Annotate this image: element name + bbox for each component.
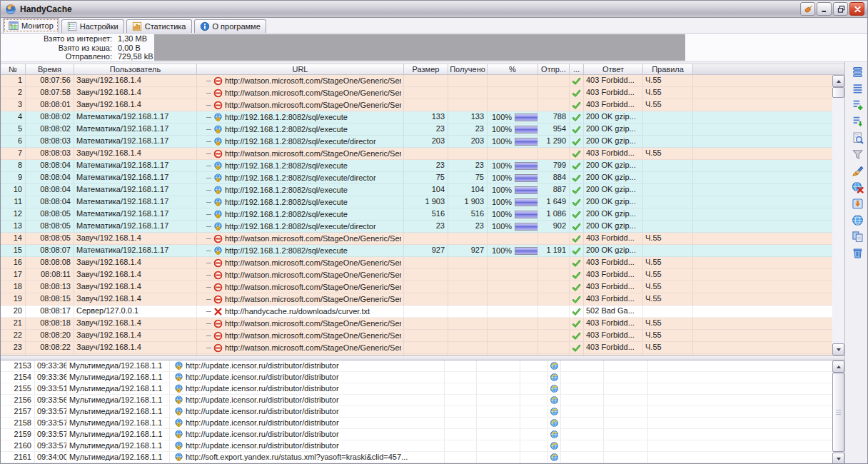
cell-time: 08:08:17 bbox=[26, 306, 74, 317]
table-row[interactable]: 215309:33:36Мультимедиа/192.168.1.1http:… bbox=[1, 360, 832, 372]
table-row[interactable]: 808:08:04Математика/192.168.1.17http://1… bbox=[1, 160, 832, 172]
view-document-button[interactable] bbox=[848, 130, 867, 146]
scrollbar-thumb[interactable] bbox=[832, 373, 844, 452]
table-row[interactable]: 308:08:01Завуч/192.168.1.4http://watson.… bbox=[1, 99, 832, 111]
table-row[interactable]: 215509:33:51Мультимедиа/192.168.1.1http:… bbox=[1, 383, 832, 395]
cell-sent bbox=[538, 306, 570, 317]
column-header-8[interactable]: ... bbox=[570, 64, 584, 74]
tab-about[interactable]: О программе bbox=[194, 19, 266, 33]
cell-url: http://watson.microsoft.com/StageOne/Gen… bbox=[197, 281, 404, 293]
scrollbar-thumb[interactable] bbox=[832, 87, 844, 98]
table-row[interactable]: 215909:33:57Мультимедиа/192.168.1.1http:… bbox=[1, 429, 832, 440]
table-row[interactable]: 1308:08:05Математика/192.168.1.17http://… bbox=[1, 221, 832, 233]
scroll-up-button[interactable] bbox=[832, 75, 844, 87]
table-row[interactable]: 1208:08:05Математика/192.168.1.17http://… bbox=[1, 208, 832, 221]
table-row[interactable]: 1808:08:13Завуч/192.168.1.4http://watson… bbox=[1, 281, 832, 293]
top-table-scrollbar[interactable] bbox=[832, 75, 844, 355]
table-row[interactable]: 908:08:04Математика/192.168.1.17http://1… bbox=[1, 172, 832, 184]
column-header-2[interactable]: Пользователь bbox=[74, 64, 197, 74]
append-list-item-button[interactable] bbox=[848, 114, 867, 130]
tab-statistics[interactable]: Статистика bbox=[126, 19, 192, 33]
scroll-down-button[interactable] bbox=[832, 453, 844, 464]
globe-button[interactable] bbox=[848, 212, 867, 228]
table-row[interactable]: 508:08:02Математика/192.168.1.17http://1… bbox=[1, 123, 832, 136]
cell-time: 09:33:36 bbox=[35, 372, 67, 383]
filter-button[interactable] bbox=[848, 146, 867, 163]
table-row[interactable]: 1508:08:07Математика/192.168.1.17http://… bbox=[1, 245, 832, 257]
table-row[interactable]: 215409:33:36Мультимедиа/192.168.1.1http:… bbox=[1, 372, 832, 383]
table-row[interactable]: 608:08:03Математика/192.168.1.17http://1… bbox=[1, 136, 832, 148]
cell-sent: 1 649 bbox=[538, 196, 570, 208]
table-row[interactable]: 1908:08:15Завуч/192.168.1.4http://watson… bbox=[1, 293, 832, 306]
tree-connector bbox=[206, 251, 211, 251]
table-row[interactable]: 208:07:58Завуч/192.168.1.4http://watson.… bbox=[1, 87, 832, 99]
table-row[interactable]: 2108:08:18Завуч/192.168.1.4http://watson… bbox=[1, 318, 832, 330]
column-header-5[interactable]: Получено bbox=[448, 64, 488, 74]
url-text: http://watson.microsoft.com/StageOne/Gen… bbox=[225, 258, 401, 268]
table-row[interactable]: 216009:33:57Мультимедиа/192.168.1.1http:… bbox=[1, 440, 832, 452]
restore-button[interactable] bbox=[833, 2, 848, 16]
bottom-table-scrollbar[interactable] bbox=[832, 360, 844, 464]
table-row[interactable]: 2208:08:20Завуч/192.168.1.4http://watson… bbox=[1, 330, 832, 342]
cell-time: 08:08:11 bbox=[26, 269, 74, 281]
tab-monitor[interactable]: Монитор bbox=[3, 18, 59, 33]
minimize-button[interactable] bbox=[817, 2, 832, 16]
column-header-3[interactable]: URL bbox=[197, 64, 404, 74]
column-header-6[interactable]: % bbox=[488, 64, 538, 74]
check-icon bbox=[572, 319, 581, 328]
copy-button[interactable] bbox=[848, 228, 867, 245]
url-text: http://handycache.ru/downloads/curver.tx… bbox=[225, 306, 370, 317]
column-header-1[interactable]: Время bbox=[26, 64, 74, 74]
cell-sent bbox=[538, 293, 570, 305]
table-row[interactable]: 215709:33:57Мультимедиа/192.168.1.1http:… bbox=[1, 406, 832, 418]
request-list-button[interactable] bbox=[848, 81, 867, 97]
cell-status bbox=[548, 440, 561, 451]
table-row[interactable]: 215809:33:57Мультимедиа/192.168.1.1http:… bbox=[1, 418, 832, 429]
check-icon bbox=[572, 137, 581, 146]
table-row[interactable]: 1708:08:11Завуч/192.168.1.4http://watson… bbox=[1, 269, 832, 281]
percent-text: 100% bbox=[492, 221, 512, 232]
cell-rule bbox=[604, 440, 648, 451]
download-arrow-button[interactable] bbox=[848, 196, 867, 212]
cell-user: Математика/192.168.1.17 bbox=[74, 123, 197, 135]
table-row[interactable]: 215609:33:56Мультимедиа/192.168.1.1http:… bbox=[1, 395, 832, 406]
cell-rule bbox=[643, 136, 693, 147]
cell-answer: 403 Forbidd... bbox=[584, 148, 643, 159]
clear-brush-button[interactable] bbox=[848, 163, 867, 179]
table-row[interactable]: 108:07:56Завуч/192.168.1.4http://watson.… bbox=[1, 75, 832, 87]
column-header-0[interactable]: № bbox=[1, 64, 26, 74]
tab-settings[interactable]: Настройки bbox=[61, 19, 124, 33]
titlebar[interactable]: HandyCache bbox=[1, 1, 867, 18]
table-row[interactable]: 1408:08:05Завуч/192.168.1.4http://watson… bbox=[1, 233, 832, 245]
session-tree-button[interactable] bbox=[848, 64, 867, 81]
column-header-10[interactable]: Правила bbox=[643, 64, 693, 74]
add-list-item-button[interactable] bbox=[848, 97, 867, 114]
table-row[interactable]: 2308:08:22Завуч/192.168.1.4http://watson… bbox=[1, 342, 832, 354]
column-header-9[interactable]: Ответ bbox=[584, 64, 643, 74]
cell-rule: Ч.55 bbox=[643, 99, 693, 111]
table-row[interactable]: 408:08:02Математика/192.168.1.17http://1… bbox=[1, 111, 832, 123]
scroll-down-button[interactable] bbox=[832, 343, 844, 355]
progress-bar bbox=[515, 223, 538, 231]
panel-splitter[interactable] bbox=[1, 355, 844, 360]
cell-percent: 100% bbox=[488, 136, 538, 147]
table-row[interactable]: 1608:08:08Завуч/192.168.1.4http://watson… bbox=[1, 257, 832, 269]
table-row[interactable]: 216109:34:00Мультимедиа/192.168.1.1http:… bbox=[1, 452, 832, 463]
trash-button[interactable] bbox=[848, 245, 867, 261]
column-header-4[interactable]: Размер bbox=[404, 64, 448, 74]
add-list-item-icon bbox=[852, 99, 864, 111]
table-row[interactable]: 1008:08:04Математика/192.168.1.17http://… bbox=[1, 184, 832, 196]
scroll-up-button[interactable] bbox=[832, 360, 844, 373]
check-icon bbox=[572, 246, 581, 256]
cell-num: 10 bbox=[1, 184, 26, 196]
globe-disconnect-button[interactable] bbox=[848, 179, 867, 196]
table-row[interactable]: 2008:08:17Сервер/127.0.0.1http://handyca… bbox=[1, 306, 832, 318]
cell-time: 08:07:58 bbox=[26, 87, 74, 99]
tray-icon-button[interactable] bbox=[800, 2, 815, 16]
cell-answer bbox=[561, 429, 604, 440]
table-row[interactable]: 1108:08:04Математика/192.168.1.17http://… bbox=[1, 196, 832, 208]
close-button[interactable] bbox=[849, 2, 864, 16]
globe-key-icon bbox=[213, 137, 223, 146]
table-row[interactable]: 708:08:03Завуч/192.168.1.4http://watson.… bbox=[1, 148, 832, 160]
column-header-7[interactable]: Отпр... bbox=[538, 64, 570, 74]
